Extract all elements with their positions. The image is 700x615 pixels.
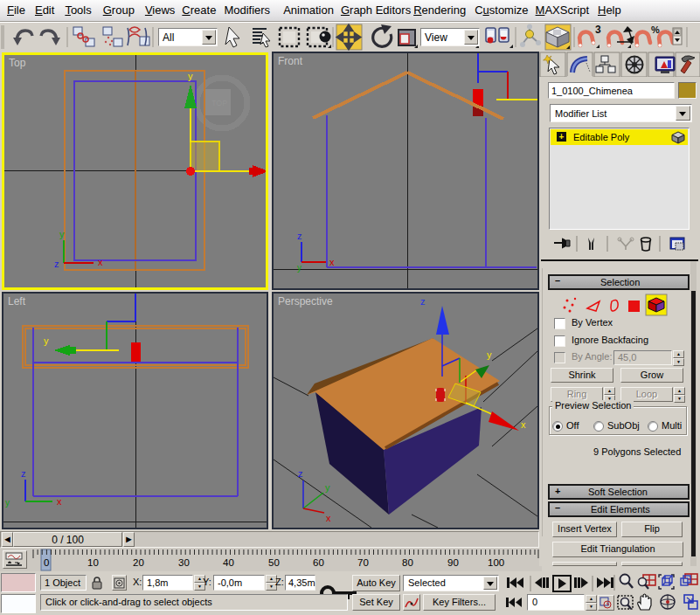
svg-text:z: z	[420, 296, 426, 307]
svg-text:x: x	[57, 496, 62, 507]
svg-text:y: y	[59, 229, 65, 239]
svg-text:x: x	[98, 257, 103, 267]
svg-text:80: 80	[402, 557, 413, 568]
svg-text:3: 3	[595, 24, 601, 36]
svg-text:90: 90	[447, 557, 459, 568]
svg-text:y: y	[188, 71, 193, 81]
svg-text:20: 20	[133, 557, 144, 568]
svg-text:y: y	[44, 335, 49, 346]
svg-text:0: 0	[44, 557, 49, 568]
svg-text:z: z	[21, 468, 26, 479]
svg-text:40: 40	[223, 557, 234, 568]
svg-text:z: z	[298, 468, 303, 479]
svg-text:70: 70	[357, 557, 369, 568]
svg-text:z: z	[297, 231, 302, 241]
svg-text:100: 100	[488, 557, 504, 568]
svg-text:x: x	[326, 513, 331, 523]
svg-text:y: y	[487, 349, 492, 360]
svg-text:x: x	[521, 419, 526, 430]
svg-text:x: x	[329, 257, 335, 267]
svg-text:y: y	[325, 482, 330, 493]
svg-text:60: 60	[313, 557, 324, 568]
svg-text:30: 30	[178, 557, 190, 568]
svg-text:%: %	[651, 24, 660, 35]
svg-text:y: y	[5, 498, 10, 508]
svg-text:y: y	[297, 263, 301, 273]
svg-text:50: 50	[268, 557, 280, 568]
svg-text:10: 10	[87, 557, 99, 568]
svg-text:TOP: TOP	[211, 99, 227, 107]
svg-text:z: z	[54, 259, 59, 269]
